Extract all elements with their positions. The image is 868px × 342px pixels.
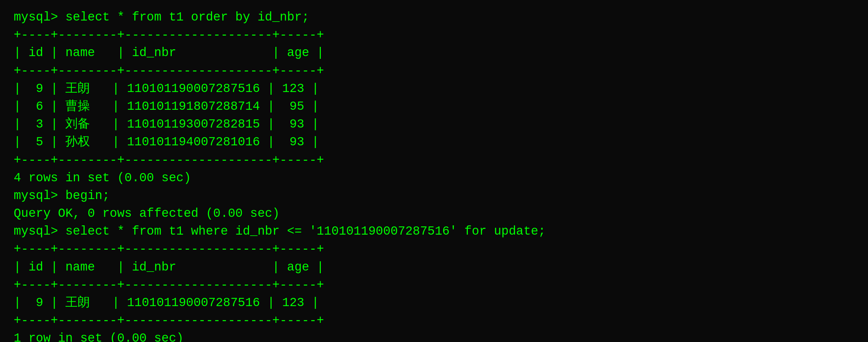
terminal-line-line10: 4 rows in set (0.00 sec) bbox=[14, 169, 854, 187]
terminal-line-line5: | 9 | 王朗 | 110101190007287516 | 123 | bbox=[14, 80, 854, 98]
terminal-line-line15: mysql> select * from t1 where id_nbr <= … bbox=[14, 223, 854, 240]
terminal-window[interactable]: mysql> select * from t1 order by id_nbr;… bbox=[7, 3, 861, 339]
terminal-line-line9: +----+--------+--------------------+----… bbox=[14, 152, 854, 169]
terminal-line-line4: +----+--------+--------------------+----… bbox=[14, 62, 854, 80]
terminal-line-line12: mysql> begin; bbox=[14, 187, 854, 205]
terminal-line-line19: | 9 | 王朗 | 110101190007287516 | 123 | bbox=[14, 294, 854, 312]
terminal-line-line18: +----+--------+--------------------+----… bbox=[14, 276, 854, 294]
terminal-line-line1: mysql> select * from t1 order by id_nbr; bbox=[14, 9, 854, 26]
terminal-line-line16: +----+--------+--------------------+----… bbox=[14, 240, 854, 258]
terminal-line-line17: | id | name | id_nbr | age | bbox=[14, 259, 854, 276]
terminal-line-line8: | 5 | 孙权 | 110101194007281016 | 93 | bbox=[14, 133, 854, 151]
terminal-line-line6: | 6 | 曹操 | 110101191807288714 | 95 | bbox=[14, 98, 854, 116]
terminal-line-line2: +----+--------+--------------------+----… bbox=[14, 26, 854, 44]
terminal-line-line3: | id | name | id_nbr | age | bbox=[14, 44, 854, 62]
terminal-line-line21: 1 row in set (0.00 sec) bbox=[14, 330, 854, 342]
terminal-line-line7: | 3 | 刘备 | 110101193007282815 | 93 | bbox=[14, 116, 854, 133]
terminal-line-line20: +----+--------+--------------------+----… bbox=[14, 312, 854, 330]
terminal-line-line13: Query OK, 0 rows affected (0.00 sec) bbox=[14, 205, 854, 223]
